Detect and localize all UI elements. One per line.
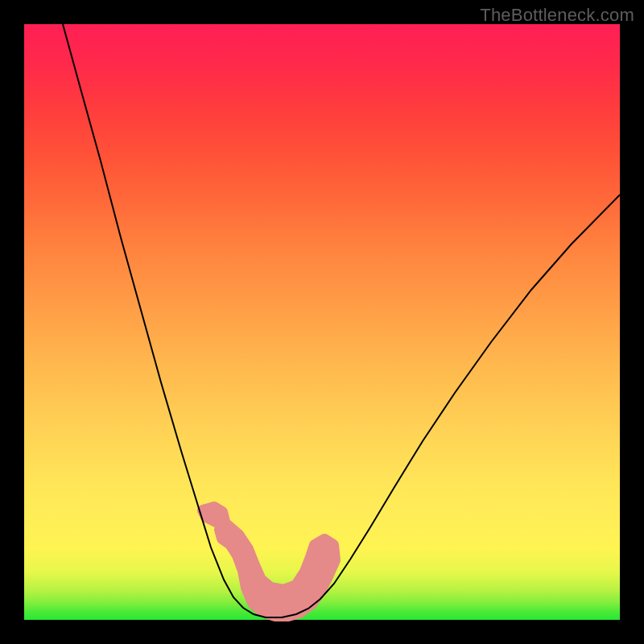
black-v-curve	[63, 24, 620, 617]
plot-area	[24, 24, 620, 620]
chart-frame: TheBottleneck.com	[0, 0, 644, 644]
pink-dot-band	[203, 507, 335, 616]
curves-svg	[24, 24, 620, 620]
watermark-text: TheBottleneck.com	[480, 5, 634, 26]
